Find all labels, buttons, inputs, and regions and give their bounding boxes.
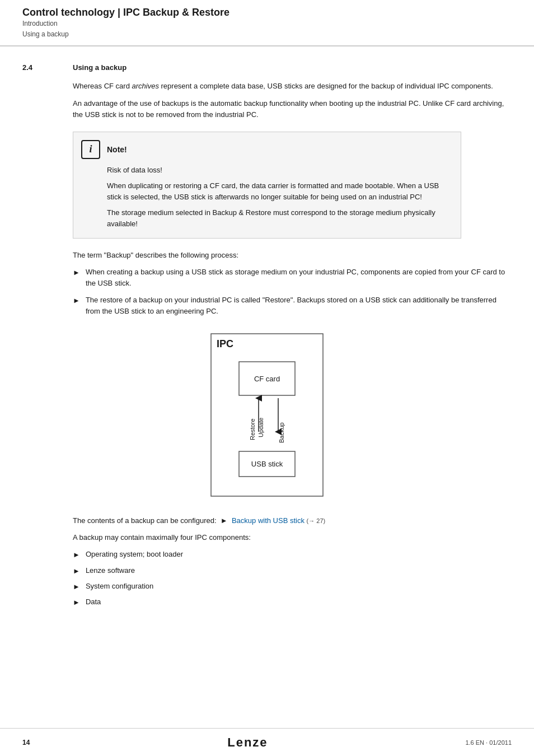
svg-text:Update: Update	[257, 418, 264, 437]
note-para1: When duplicating or restoring a CF card,…	[107, 180, 451, 203]
diagram-container: IPC CF card USB stick Restore Update Bac…	[22, 328, 512, 502]
svg-text:IPC: IPC	[217, 338, 233, 349]
section-header: 2.4 Using a backup	[22, 63, 512, 72]
list-item: ► The restore of a backup on your indust…	[73, 295, 512, 317]
svg-text:USB stick: USB stick	[251, 460, 283, 468]
section-number: 2.4	[22, 63, 56, 72]
page-content: 2.4 Using a backup Whereas CF card archi…	[0, 46, 534, 657]
component-2: Lenze software	[86, 565, 135, 577]
body-para1: Whereas CF card archives represent a com…	[73, 81, 512, 92]
breadcrumb-line1: Introduction	[22, 20, 58, 27]
note-risk: Risk of data loss!	[107, 165, 451, 176]
list-item: ► Operating system; boot loader	[73, 549, 512, 561]
list-item: ► System configuration	[73, 581, 512, 592]
svg-text:CF card: CF card	[254, 375, 280, 383]
section-title: Using a backup	[73, 63, 127, 72]
bullet-arrow-icon: ►	[73, 581, 80, 592]
bullet-arrow-icon: ►	[73, 549, 80, 561]
component-4: Data	[86, 596, 101, 608]
para1-end: represent a complete data base, USB stic…	[159, 82, 493, 90]
svg-text:Backup: Backup	[278, 423, 285, 444]
note-body: Risk of data loss! When duplicating or r…	[107, 165, 451, 230]
note-title: Note!	[107, 145, 127, 154]
backup-usb-link[interactable]: Backup with USB stick	[232, 516, 305, 525]
para1-start: Whereas CF card	[73, 82, 132, 90]
bullet-list: ► When creating a backup using a USB sti…	[73, 267, 512, 318]
note-para2: The storage medium selected in Backup & …	[107, 207, 451, 230]
footer-version: 1.6 EN · 01/2011	[465, 739, 512, 746]
bullet-arrow-icon: ►	[73, 295, 80, 317]
para1-italic: archives	[132, 82, 158, 90]
info-icon: i	[81, 140, 100, 159]
note-header: i Note!	[81, 140, 451, 159]
note-box: i Note! Risk of data loss! When duplicat…	[73, 132, 461, 239]
component-1: Operating system; boot loader	[86, 549, 183, 561]
body-para2: An advantage of the use of backups is th…	[73, 98, 512, 120]
bullet-text-2: The restore of a backup on your industri…	[86, 295, 512, 317]
breadcrumb-line2: Using a backup	[22, 30, 69, 38]
component-3: System configuration	[86, 581, 153, 592]
list-item: ► Data	[73, 596, 512, 608]
page-title: Control technology | IPC Backup & Restor…	[22, 7, 512, 18]
page-header: Control technology | IPC Backup & Restor…	[0, 0, 534, 46]
list-item: ► Lenze software	[73, 565, 512, 577]
bullet-text-1: When creating a backup using a USB stick…	[86, 267, 512, 289]
ipc-diagram: IPC CF card USB stick Restore Update Bac…	[205, 328, 329, 502]
link-ref: (→ 27)	[307, 517, 326, 524]
components-list: ► Operating system; boot loader ► Lenze …	[73, 549, 512, 608]
page-footer: 14 Lenze 1.6 EN · 01/2011	[0, 728, 534, 756]
configured-line: The contents of a backup can be configur…	[73, 515, 512, 526]
svg-text:Restore: Restore	[249, 419, 256, 441]
breadcrumb: Introduction Using a backup	[22, 18, 512, 40]
configured-text: The contents of a backup can be configur…	[73, 516, 217, 525]
footer-page-number: 14	[22, 739, 30, 746]
components-intro: A backup may contain maximally four IPC …	[73, 532, 512, 543]
bullet-arrow-icon: ►	[73, 597, 80, 608]
bullet-arrow-icon: ►	[73, 566, 80, 577]
footer-logo: Lenze	[227, 735, 268, 750]
bullet-arrow-icon: ►	[73, 267, 80, 289]
list-item: ► When creating a backup using a USB sti…	[73, 267, 512, 289]
term-intro: The term "Backup" describes the followin…	[73, 250, 512, 261]
